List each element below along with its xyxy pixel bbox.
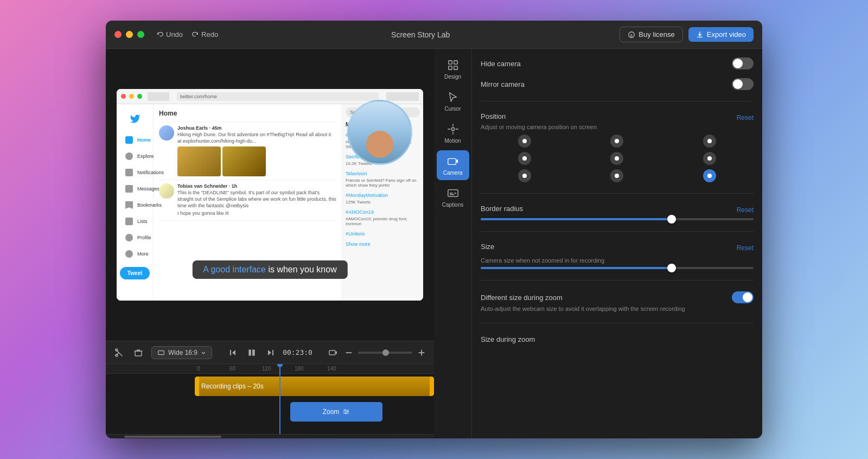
- pos-bot-center[interactable]: [610, 169, 623, 182]
- tweet-avatar-1: [159, 125, 174, 141]
- camera-toggle[interactable]: [327, 346, 340, 359]
- svg-rect-9: [252, 349, 255, 355]
- person-head: [366, 131, 393, 158]
- tw-nav-more[interactable]: More: [119, 247, 151, 261]
- hide-camera-toggle[interactable]: [732, 58, 754, 69]
- export-video-button[interactable]: Export video: [688, 27, 754, 42]
- pos-top-left[interactable]: [518, 135, 531, 148]
- size-slider[interactable]: [481, 267, 754, 269]
- license-icon: $: [628, 31, 635, 39]
- zoom-slider[interactable]: [358, 352, 412, 354]
- show-more-link[interactable]: Show more: [346, 241, 420, 247]
- plus-icon: [418, 349, 425, 356]
- chevron-down-icon: [201, 350, 206, 355]
- zoom-in-button[interactable]: [416, 347, 427, 359]
- cut-button[interactable]: [112, 346, 125, 359]
- svg-rect-18: [454, 61, 457, 64]
- hide-camera-label: Hide camera: [481, 60, 521, 68]
- twitter-sidebar: Home Explore Notifications: [117, 104, 154, 301]
- size-reset[interactable]: Reset: [737, 244, 754, 252]
- pos-mid-center[interactable]: [610, 152, 623, 165]
- svg-marker-6: [232, 350, 235, 355]
- tweet-images-1: [177, 146, 336, 176]
- mirror-camera-toggle[interactable]: [732, 78, 754, 90]
- pos-bot-right[interactable]: [703, 169, 716, 182]
- svg-rect-5: [158, 350, 164, 354]
- minimize-button[interactable]: [126, 31, 133, 38]
- maximize-button[interactable]: [137, 31, 144, 38]
- skip-forward-button[interactable]: [264, 346, 277, 359]
- tw-nav-home[interactable]: Home: [119, 133, 151, 147]
- pos-top-right[interactable]: [703, 135, 716, 148]
- export-icon: [696, 31, 704, 39]
- diff-size-toggle[interactable]: [732, 291, 754, 303]
- sidebar-item-cursor[interactable]: Cursor: [437, 86, 469, 116]
- browser-min-dot: [129, 94, 134, 99]
- skip-back-button[interactable]: [226, 346, 239, 359]
- position-label: Position: [481, 112, 506, 120]
- timeline-scrollbar[interactable]: [106, 434, 434, 438]
- svg-rect-14: [344, 410, 346, 411]
- redo-button[interactable]: Redo: [188, 28, 221, 41]
- tw-nav-profile[interactable]: Profile: [119, 231, 151, 245]
- pos-mid-left[interactable]: [518, 152, 531, 165]
- position-sublabel: Adjust or moving camera position on scre…: [481, 124, 754, 130]
- tweet-img-1a: [177, 146, 221, 176]
- border-radius-label: Border radius: [481, 205, 523, 213]
- export-label: Export video: [707, 30, 746, 39]
- pos-bot-left[interactable]: [518, 169, 531, 182]
- zoom-out-button[interactable]: [343, 347, 355, 359]
- svg-rect-20: [454, 66, 457, 69]
- size-header: Size Reset: [481, 243, 754, 253]
- border-radius-reset[interactable]: Reset: [737, 206, 754, 214]
- clip-handle-left[interactable]: [195, 377, 199, 396]
- play-pause-button[interactable]: [245, 346, 259, 360]
- close-button[interactable]: [114, 31, 122, 38]
- skip-back-icon: [228, 348, 237, 357]
- sidebar-item-captions[interactable]: Captions: [437, 182, 469, 212]
- minus-icon: [345, 349, 353, 356]
- svg-rect-4: [135, 351, 142, 356]
- motion-label: Motion: [444, 138, 461, 144]
- svg-rect-8: [249, 349, 252, 355]
- divider-3: [481, 231, 754, 232]
- ruler-mark-0: 0: [197, 366, 229, 372]
- aspect-ratio-selector[interactable]: Wide 16:9: [151, 346, 212, 359]
- ruler-mark-140: 140: [327, 366, 360, 372]
- browser-close-dot: [121, 94, 126, 99]
- tw-nav-messages[interactable]: Messages: [119, 182, 151, 196]
- svg-point-21: [451, 127, 455, 131]
- undo-button[interactable]: Undo: [153, 28, 186, 41]
- undo-label: Undo: [166, 30, 183, 39]
- sidebar-item-camera[interactable]: Camera: [437, 150, 469, 180]
- tw-nav-explore[interactable]: Explore: [119, 149, 151, 163]
- camera-nav-label: Camera: [443, 170, 463, 176]
- position-reset[interactable]: Reset: [737, 114, 754, 122]
- sidebar-item-design[interactable]: Design: [437, 54, 469, 84]
- pos-mid-right[interactable]: [703, 152, 716, 165]
- tw-nav-notifications[interactable]: Notifications: [119, 165, 151, 180]
- twitter-logo: [127, 111, 143, 127]
- size-sublabel: Camera size when not zoomed in for recor…: [481, 257, 754, 264]
- buy-license-button[interactable]: $ Buy license: [620, 27, 682, 42]
- zoom-clips-row: Zoom Zoom: [106, 399, 434, 425]
- clip-handle-right[interactable]: [430, 377, 434, 396]
- tw-nav-lists[interactable]: Lists: [119, 214, 151, 228]
- design-label: Design: [444, 74, 461, 80]
- border-radius-slider[interactable]: [481, 218, 754, 220]
- border-radius-thumb[interactable]: [667, 215, 676, 224]
- tweet-button[interactable]: Tweet: [120, 267, 150, 279]
- svg-rect-22: [448, 158, 456, 164]
- main-clip[interactable]: Recording clips – 20s: [195, 377, 434, 396]
- sidebar-item-motion[interactable]: Motion: [437, 118, 469, 148]
- cursor-label: Cursor: [444, 106, 461, 112]
- playhead[interactable]: [279, 364, 280, 434]
- camera-nav-icon: [446, 155, 459, 168]
- zoom-clip-1[interactable]: Zoom: [290, 402, 382, 422]
- svg-text:$: $: [630, 33, 633, 37]
- delete-button[interactable]: [132, 346, 145, 359]
- size-thumb[interactable]: [667, 264, 676, 272]
- tw-nav-bookmarks[interactable]: Bookmarks: [119, 198, 151, 212]
- pos-top-center[interactable]: [610, 135, 623, 148]
- timeline-toolbar: Wide 16:9: [106, 341, 434, 364]
